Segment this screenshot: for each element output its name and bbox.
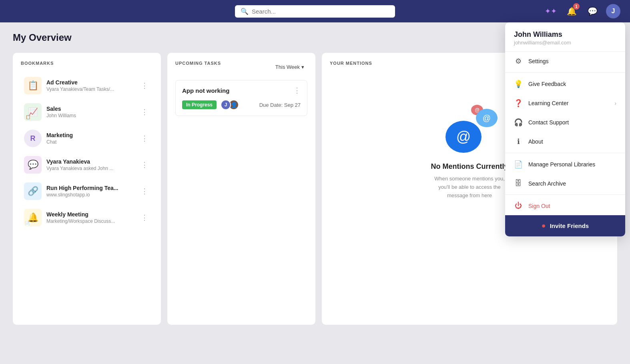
bookmarks-header: BOOKMARKS: [21, 61, 153, 66]
dropdown-item-label: Search Archive: [528, 180, 566, 187]
bookmark-item-weekly[interactable]: 🔔 📄 Weekly Meeting Marketing/Workspace D…: [21, 205, 153, 230]
settings-icon: ⚙: [514, 57, 523, 66]
bookmark-icon-weekly: 🔔 📄: [24, 209, 42, 226]
bubble-top-right: @: [476, 109, 498, 127]
bookmark-title: Vyara Yanakieva: [46, 158, 134, 165]
task-card-footer: In Progress J 👤 Due Date: Sep 27: [182, 100, 301, 110]
task-name: App not working: [182, 87, 229, 94]
dropdown-item-label: Sign Out: [528, 203, 550, 209]
dropdown-item-sign-out[interactable]: ⏻ Sign Out: [505, 196, 625, 215]
mentions-icon-area: @ @ @: [441, 105, 498, 153]
bookmark-item-ad-creative[interactable]: 📋 Ad Creative Vyara Yanakieva/Team Tasks…: [21, 73, 153, 98]
dropdown-user-sub: johnwilliams@email.com: [514, 40, 616, 46]
dropdown-item-label: Give Feedback: [528, 81, 566, 87]
bookmark-icon-run-high: 🔗: [24, 182, 42, 200]
tasks-header: UPCOMING TASKS: [175, 61, 221, 66]
status-badge: In Progress: [182, 100, 217, 109]
task-card-header: App not working ⋮: [182, 86, 301, 95]
bookmark-item-marketing[interactable]: R Marketing Chat ⋮: [21, 126, 153, 151]
sparkle-button[interactable]: ✦✦: [544, 4, 558, 18]
dropdown-item-label: Settings: [528, 58, 549, 64]
tasks-panel: UPCOMING TASKS This Week ▾ App not worki…: [167, 53, 315, 325]
mentions-empty-title: No Mentions Currently: [431, 162, 508, 171]
bookmark-title: Ad Creative: [46, 79, 134, 86]
bookmark-menu-icon[interactable]: ⋮: [139, 185, 150, 197]
task-card: App not working ⋮ In Progress J 👤: [175, 80, 307, 116]
tasks-panel-header: UPCOMING TASKS This Week ▾: [175, 61, 307, 73]
archive-icon: 🗄: [514, 179, 523, 188]
bookmark-sub: Vyara Yanakieva/Team Tasks/...: [46, 86, 134, 92]
bookmark-item-sales[interactable]: 📈 📋 Sales John Williams ⋮: [21, 99, 153, 125]
bookmark-menu-icon[interactable]: ⋮: [139, 212, 150, 224]
dropdown-item-label: About: [528, 138, 543, 145]
dropdown-item-learning-center[interactable]: ❓ Learning Center ›: [505, 94, 625, 113]
bookmark-menu-icon[interactable]: ⋮: [139, 132, 150, 144]
dropdown-item-search-archive[interactable]: 🗄 Search Archive: [505, 174, 625, 193]
bookmark-sub: Chat: [46, 139, 134, 145]
bookmark-menu-icon[interactable]: ⋮: [139, 159, 150, 171]
dropdown-user-name: John Williams: [514, 30, 616, 39]
task-menu-icon[interactable]: ⋮: [293, 86, 301, 95]
top-navigation: 🔍 ✦✦ 🔔 1 💬 J: [0, 0, 630, 22]
bookmarks-panel: BOOKMARKS 📋 Ad Creative Vyara Yanakieva/…: [13, 53, 161, 325]
headset-icon: 🎧: [514, 118, 523, 127]
dropdown-item-label: Manage Personal Libraries: [528, 161, 595, 168]
bookmark-title: Sales: [46, 106, 134, 112]
lightbulb-icon: 💡: [514, 80, 523, 88]
messages-button[interactable]: 💬: [585, 4, 600, 18]
dropdown-item-label: Contact Support: [528, 119, 569, 126]
bookmark-title: Run High Performing Tea...: [46, 185, 134, 191]
bookmark-sub: Vyara Yanakieva asked John ...: [46, 166, 134, 171]
bookmark-menu-icon[interactable]: ⋮: [139, 106, 150, 118]
task-avatars: J 👤: [221, 100, 237, 110]
info-icon: ℹ: [514, 137, 523, 146]
search-input[interactable]: [252, 8, 389, 15]
search-icon: 🔍: [241, 8, 249, 15]
filter-label: This Week: [275, 64, 300, 70]
chevron-right-icon: ›: [614, 100, 616, 106]
dropdown-item-give-feedback[interactable]: 💡 Give Feedback: [505, 74, 625, 94]
library-icon: 📄: [514, 160, 523, 169]
task-status-area: In Progress J 👤: [182, 100, 237, 110]
dropdown-divider-3: [505, 194, 625, 195]
dropdown-item-contact-support[interactable]: 🎧 Contact Support: [505, 113, 625, 132]
bookmark-icon-sales: 📈 📋: [24, 103, 42, 121]
filter-button[interactable]: This Week ▾: [272, 62, 307, 72]
dropdown-item-manage-libraries[interactable]: 📄 Manage Personal Libraries: [505, 155, 625, 174]
help-icon: ❓: [514, 99, 523, 108]
mentions-empty-sub: When someone mentions you,you'll be able…: [434, 175, 505, 200]
nav-actions: ✦✦ 🔔 1 💬 J: [544, 4, 620, 18]
dropdown-divider-1: [505, 72, 625, 73]
bookmark-menu-icon[interactable]: ⋮: [139, 80, 150, 92]
dropdown-invite-button[interactable]: ● Invite Friends: [505, 215, 625, 236]
bookmark-title: Weekly Meeting: [46, 211, 134, 218]
user-dropdown-panel: John Williams johnwilliams@email.com ⚙ S…: [505, 22, 625, 236]
chevron-down-icon: ▾: [301, 64, 304, 70]
bookmark-item-run-high[interactable]: 🔗 Run High Performing Tea... www.slingsh…: [21, 178, 153, 204]
invite-label: Invite Friends: [550, 222, 589, 229]
bookmark-sub: Marketing/Workspace Discuss...: [46, 218, 134, 224]
task-avatar-1: J: [221, 100, 231, 110]
bookmark-icon-ad-creative: 📋: [24, 77, 42, 94]
dropdown-item-settings[interactable]: ⚙ Settings: [505, 52, 625, 71]
avatar-initial: J: [612, 8, 615, 15]
bookmark-title: Marketing: [46, 132, 134, 138]
due-date: Due Date: Sep 27: [259, 102, 301, 108]
bubble-main: @: [445, 121, 482, 153]
bookmark-icon-marketing: R: [24, 130, 42, 147]
invite-icon: ●: [542, 222, 546, 230]
bookmark-item-vyara[interactable]: 💬 Vyara Yanakieva Vyara Yanakieva asked …: [21, 152, 153, 178]
bookmark-icon-vyara: 💬: [24, 156, 42, 174]
bookmark-sub: John Williams: [46, 113, 134, 118]
dropdown-item-label: Learning Center: [528, 100, 568, 106]
notifications-button[interactable]: 🔔 1: [564, 4, 579, 18]
search-container: 🔍: [235, 5, 395, 18]
dropdown-user-section: John Williams johnwilliams@email.com: [505, 22, 625, 52]
message-icon: 💬: [588, 6, 598, 16]
dropdown-divider-2: [505, 153, 625, 153]
power-icon: ⏻: [514, 202, 523, 210]
notification-badge: 1: [573, 3, 580, 10]
dropdown-item-about[interactable]: ℹ About: [505, 132, 625, 151]
user-avatar-button[interactable]: J: [606, 4, 620, 18]
bookmark-sub: www.slingshotapp.io: [46, 192, 134, 198]
